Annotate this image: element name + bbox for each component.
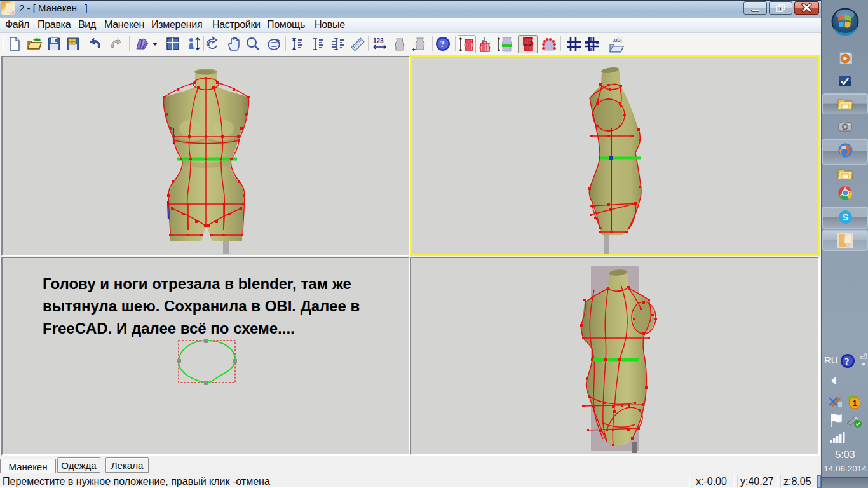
svg-text:1: 1	[853, 398, 857, 408]
svg-text:S: S	[843, 212, 849, 222]
svg-text:123: 123	[373, 37, 384, 44]
svg-text:?: ?	[440, 39, 445, 49]
svg-text:.obj: .obj	[613, 37, 622, 43]
svg-text:?: ?	[844, 356, 850, 367]
